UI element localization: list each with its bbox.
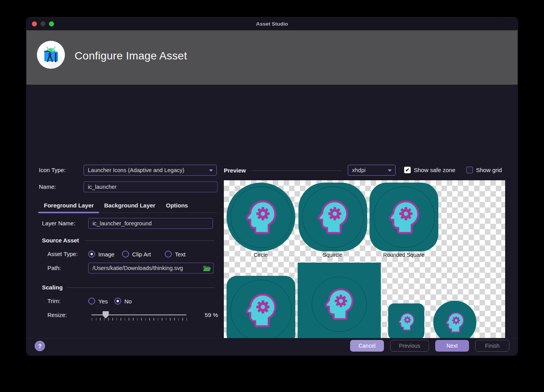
resize-value: 59 % [200,311,218,319]
fullscreen-window-button[interactable] [49,21,54,26]
density-value: xhdpi [352,167,366,173]
page-title: Configure Image Asset [75,50,187,62]
show-safe-zone-label: Show safe zone [414,167,455,173]
show-safe-zone-checkbox[interactable]: ✔ Show safe zone [404,167,455,173]
show-grid-checkbox[interactable]: Show grid [466,167,502,173]
active-tab-indicator [38,212,99,213]
previous-button[interactable]: Previous [390,340,429,352]
preview-canvas: Circle Squircle Rounded Square [224,180,505,355]
trim-radio-yes[interactable]: Yes [88,298,108,305]
layer-name-label: Layer Name: [42,220,75,227]
show-grid-label: Show grid [476,167,502,173]
window-title: Asset Studio [26,17,518,30]
icon-type-value: Launcher Icons (Adaptive and Legacy) [88,167,184,173]
radio-icon [88,298,95,305]
name-label: Name: [39,183,56,191]
cancel-button[interactable]: Cancel [350,340,384,352]
traffic-lights [32,21,54,26]
chevron-down-icon [209,169,213,172]
layer-name-input[interactable] [88,218,213,229]
source-asset-section-label: Source Asset [42,237,79,244]
preview-full-bleed-icon [298,263,381,346]
preview-circle-icon [227,183,295,251]
preview-legacy-icon [388,303,424,340]
checkbox-checked-icon: ✔ [404,167,411,173]
titlebar: Asset Studio [26,17,518,30]
minimize-window-button[interactable] [40,21,45,26]
tab-foreground-layer[interactable]: Foreground Layer [44,202,94,209]
dialog-content: Icon Type: Launcher Icons (Adaptive and … [26,85,518,338]
asset-type-radio-text[interactable]: Text [165,251,186,258]
checkbox-unchecked-icon [466,167,473,173]
asset-type-image-label: Image [98,251,115,258]
preview-round-icon [433,301,476,344]
android-studio-logo-icon [37,41,65,69]
thinking-head-icon [321,286,358,323]
finish-label: Finish [485,343,499,349]
thinking-head-icon [443,310,467,335]
thinking-head-icon [241,197,281,237]
next-label: Next [446,343,458,349]
desktop-background: Asset Studio [0,0,544,392]
preview-squircle-icon [298,183,367,251]
tab-options[interactable]: Options [166,202,188,209]
trim-no-label: No [124,298,132,305]
browse-folder-icon[interactable] [203,265,211,272]
asset-type-radio-clip-art[interactable]: Clip Art [122,251,151,258]
asset-type-label: Asset Type: [47,250,78,258]
scaling-divider [67,287,215,288]
dialog-footer: ? Cancel Previous Next Finish [26,338,518,355]
chevron-down-icon [388,169,392,172]
trim-radio-no[interactable]: No [114,298,132,305]
next-button[interactable]: Next [435,340,469,352]
trim-label: Trim: [47,297,61,305]
name-input[interactable] [84,181,218,192]
preview-section-label: Preview [224,167,246,174]
help-label: ? [38,343,42,349]
asset-type-radio-image[interactable]: Image [88,251,115,258]
preview-divider [252,171,341,171]
asset-type-text-label: Text [175,251,186,258]
shape-label-circle: Circle [254,252,268,258]
close-window-button[interactable] [32,21,37,26]
previous-label: Previous [399,343,420,349]
preview-square-icon [227,276,295,345]
path-input[interactable]: /Users/katie/Downloads/thinking.svg [88,263,214,274]
thinking-head-icon [384,197,424,237]
asset-studio-window: Asset Studio [26,17,518,355]
tab-background-layer[interactable]: Background Layer [104,202,155,209]
density-dropdown[interactable]: xhdpi [348,165,396,176]
scaling-section-label: Scaling [42,284,63,291]
finish-button[interactable]: Finish [475,340,509,352]
thinking-head-icon [241,291,281,330]
resize-slider-ticks [92,318,187,321]
thinking-head-icon [396,311,417,332]
path-value: /Users/katie/Downloads/thinking.svg [92,265,183,271]
resize-label: Resize: [47,311,67,319]
thinking-head-icon [313,197,353,237]
trim-yes-label: Yes [98,298,108,305]
preview-rounded-square-icon [370,183,438,251]
shape-label-squircle: Squircle [323,252,343,258]
radio-selected-icon [88,251,95,258]
path-label: Path: [47,264,61,272]
wizard-header: Configure Image Asset [26,30,518,85]
asset-type-clipart-label: Clip Art [132,251,151,258]
source-asset-divider [85,240,215,241]
help-button[interactable]: ? [35,341,45,351]
radio-selected-icon [114,298,121,305]
cancel-label: Cancel [359,343,376,349]
radio-icon [165,251,172,258]
icon-type-label: Icon Type: [39,166,66,174]
icon-type-dropdown[interactable]: Launcher Icons (Adaptive and Legacy) [84,165,217,176]
shape-label-rounded-square: Rounded Square [383,252,424,258]
radio-icon [122,251,129,258]
